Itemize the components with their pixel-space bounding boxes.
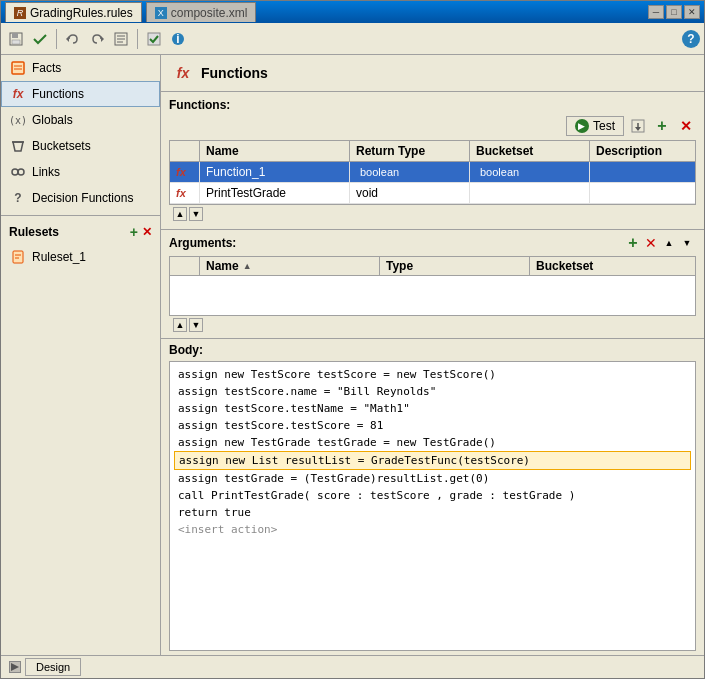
sidebar-item-links[interactable]: Links (1, 159, 160, 185)
svg-rect-12 (12, 62, 24, 74)
th-icon (170, 141, 200, 161)
globals-label: Globals (32, 113, 73, 127)
functions-label: Functions: (169, 98, 696, 112)
body-line[interactable]: assign testScore.name = "Bill Reynolds" (174, 383, 691, 400)
body-line[interactable]: assign new TestGrade testGrade = new Tes… (174, 434, 691, 451)
body-line-highlighted[interactable]: assign new List resultList = GradeTestFu… (174, 451, 691, 470)
toolbar-separator-1 (56, 29, 57, 49)
toolbar-info-button[interactable]: i (167, 28, 189, 50)
functions-remove-button[interactable]: ✕ (676, 116, 696, 136)
sidebar-item-ruleset-1[interactable]: Ruleset_1 (1, 244, 160, 270)
arguments-add-button[interactable]: + (624, 234, 642, 252)
composite-xml-icon: X (155, 7, 167, 19)
th-description: Description (590, 141, 695, 161)
tab-grading-rules[interactable]: R GradingRules.rules (5, 2, 142, 22)
body-line[interactable]: return true (174, 504, 691, 521)
sidebar-item-bucketsets[interactable]: Bucketsets (1, 133, 160, 159)
svg-rect-2 (12, 40, 20, 44)
toolbar-check-button[interactable] (29, 28, 51, 50)
row1-return-badge: boolean (356, 166, 403, 178)
args-th-name: Name ▲ (200, 257, 380, 275)
sidebar: Facts fx Functions (x) Globals Bucketset… (1, 55, 161, 655)
row2-icon: fx (170, 183, 200, 203)
functions-add-button[interactable]: + (652, 116, 672, 136)
sort-asc-icon: ▲ (243, 261, 252, 271)
body-line[interactable]: assign testScore.testName = "Math1" (174, 400, 691, 417)
body-line[interactable]: assign testScore.testScore = 81 (174, 417, 691, 434)
help-button[interactable]: ? (682, 30, 700, 48)
test-button[interactable]: ▶ Test (566, 116, 624, 136)
rulesets-remove-button[interactable]: ✕ (142, 225, 152, 239)
row2-return-type: void (350, 183, 470, 203)
sidebar-item-decision-functions[interactable]: ? Decision Functions (1, 185, 160, 211)
row1-bucketset: boolean (470, 162, 590, 182)
links-label: Links (32, 165, 60, 179)
row1-bucketset-badge: boolean (476, 166, 523, 178)
svg-rect-19 (13, 251, 23, 263)
window-controls: ─ □ ✕ (648, 5, 700, 19)
scroll-down-button[interactable]: ▼ (189, 207, 203, 221)
row1-name: Function_1 (200, 162, 350, 182)
toolbar-redo-button[interactable] (86, 28, 108, 50)
panel-header: fx Functions (161, 55, 704, 92)
args-table-header: Name ▲ Type Bucketset (170, 257, 695, 276)
toolbar: i ? (1, 23, 704, 55)
body-line[interactable]: assign testGrade = (TestGrade)resultList… (174, 470, 691, 487)
sidebar-item-globals[interactable]: (x) Globals (1, 107, 160, 133)
arguments-table: Name ▲ Type Bucketset (169, 256, 696, 316)
body-line-insert[interactable]: <insert action> (174, 521, 691, 538)
arguments-remove-button[interactable]: ✕ (642, 234, 660, 252)
scroll-up-button[interactable]: ▲ (173, 207, 187, 221)
args-scroll-up-button[interactable]: ▲ (173, 318, 187, 332)
globals-icon: (x) (10, 112, 26, 128)
close-button[interactable]: ✕ (684, 5, 700, 19)
table-toolbar: ▶ Test + ✕ (169, 116, 696, 136)
minimize-button[interactable]: ─ (648, 5, 664, 19)
sidebar-item-facts[interactable]: Facts (1, 55, 160, 81)
tab-composite-xml[interactable]: X composite.xml (146, 2, 257, 22)
body-line[interactable]: assign new TestScore testScore = new Tes… (174, 366, 691, 383)
toolbar-build-button[interactable] (110, 28, 132, 50)
bottom-arrow-icon (9, 661, 21, 673)
tab-grading-rules-label: GradingRules.rules (30, 6, 133, 20)
design-tab[interactable]: Design (25, 658, 81, 676)
svg-text:i: i (176, 32, 179, 46)
tab-composite-xml-label: composite.xml (171, 6, 248, 20)
bottom-bar: Design (1, 655, 704, 678)
arguments-move-down-button[interactable]: ▼ (678, 234, 696, 252)
rulesets-label: Rulesets (9, 225, 126, 239)
svg-rect-9 (148, 33, 160, 45)
arguments-move-up-button[interactable]: ▲ (660, 234, 678, 252)
main-window: R GradingRules.rules X composite.xml ─ □… (0, 0, 705, 679)
functions-panel-icon: fx (173, 63, 193, 83)
table-row[interactable]: fx Function_1 boolean boolean (170, 162, 695, 183)
test-icon: ▶ (575, 119, 589, 133)
args-th-icon (170, 257, 200, 275)
functions-export-button[interactable] (628, 116, 648, 136)
decision-functions-icon: ? (10, 190, 26, 206)
toolbar-validate-button[interactable] (143, 28, 165, 50)
maximize-button[interactable]: □ (666, 5, 682, 19)
args-th-bucketset: Bucketset (530, 257, 695, 275)
title-bar: R GradingRules.rules X composite.xml ─ □… (1, 1, 704, 23)
facts-label: Facts (32, 61, 61, 75)
args-scroll-down-button[interactable]: ▼ (189, 318, 203, 332)
toolbar-undo-button[interactable] (62, 28, 84, 50)
row1-icon: fx (170, 162, 200, 182)
body-line[interactable]: call PrintTestGrade( score : testScore ,… (174, 487, 691, 504)
row2-description (590, 183, 695, 203)
sidebar-item-functions[interactable]: fx Functions (1, 81, 160, 107)
rulesets-add-button[interactable]: + (130, 224, 138, 240)
table-row[interactable]: fx PrintTestGrade void (170, 183, 695, 204)
functions-icon: fx (10, 86, 26, 102)
links-icon (10, 164, 26, 180)
toolbar-separator-2 (137, 29, 138, 49)
panel-title: Functions (201, 65, 268, 81)
rulesets-header: Rulesets + ✕ (1, 220, 160, 244)
body-editor[interactable]: assign new TestScore testScore = new Tes… (169, 361, 696, 651)
body-section: Body: assign new TestScore testScore = n… (161, 338, 704, 655)
grading-rules-icon: R (14, 7, 26, 19)
arguments-label: Arguments: (169, 236, 624, 250)
args-scroll-arrows: ▲ ▼ (169, 316, 696, 334)
toolbar-save-button[interactable] (5, 28, 27, 50)
